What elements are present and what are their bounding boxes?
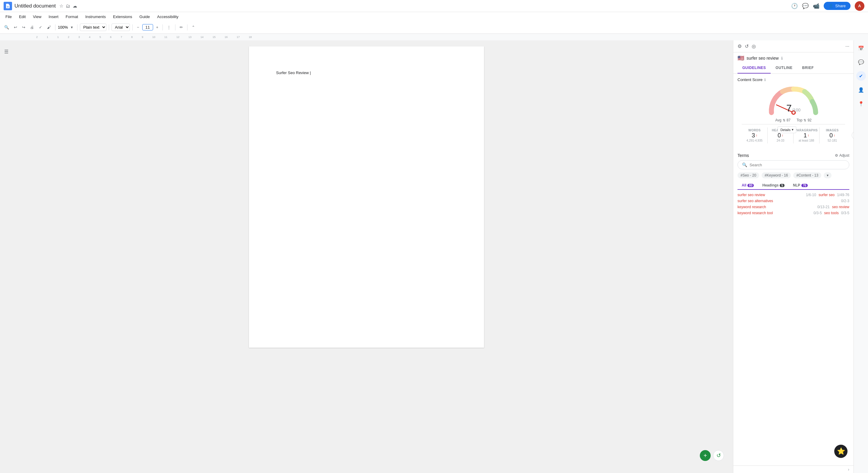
menu-accessibility[interactable]: Accessibility bbox=[154, 13, 181, 20]
terms-title: Terms bbox=[738, 153, 749, 158]
panel-refresh-icon[interactable]: ↺ bbox=[745, 43, 749, 49]
tag-seo[interactable]: #Seo - 20 bbox=[738, 172, 759, 178]
tab-brief[interactable]: BRIEF bbox=[798, 63, 819, 73]
menu-file[interactable]: File bbox=[2, 13, 15, 20]
history-icon[interactable]: 🕐 bbox=[791, 3, 798, 9]
side-comment-icon[interactable]: 💬 bbox=[856, 57, 866, 67]
float-buttons: + ↺ bbox=[700, 450, 724, 461]
spellcheck-btn[interactable]: ✓ bbox=[37, 24, 44, 31]
side-person-icon[interactable]: 👤 bbox=[856, 85, 866, 95]
menu-insert[interactable]: Insert bbox=[45, 13, 61, 20]
term-row-1: surfer seo alternatives 0/2-3 bbox=[738, 199, 849, 203]
stat-paragraphs: PARAGRAPHS 1 ↑ at least 188 bbox=[794, 127, 819, 144]
terms-section: Terms ⚙ Adjust 🔍 #Seo - 20 bbox=[733, 150, 854, 218]
zoom-value: 100% bbox=[58, 25, 68, 30]
right-side-icons: 📅 💬 ✔ 👤 📍 bbox=[854, 40, 868, 473]
stats-row: WORDS 3 ↑ 4,291-4,935 HEADINGS 0 ↑ bbox=[742, 124, 845, 147]
gauge-top: Top ⇅ 92 bbox=[797, 118, 812, 122]
headings-badge: 5 bbox=[780, 184, 784, 187]
search-input[interactable] bbox=[749, 163, 845, 167]
collapse-toolbar-btn[interactable]: ⌃ bbox=[190, 24, 197, 31]
term-row-3: keyword research tool 0/3-5 seo tools 0/… bbox=[738, 211, 849, 215]
toolbar: 🔍 ↩ ↪ 🖨 ✓ 🖌 100% ▾ Plain text Arial − 11… bbox=[0, 21, 868, 34]
panel-settings-icon[interactable]: ⚙ bbox=[738, 43, 742, 49]
search-icon: 🔍 bbox=[742, 162, 747, 167]
font-select[interactable]: Arial bbox=[112, 24, 130, 31]
term-row-2: keyword research 0/13-21 seo review bbox=[738, 205, 849, 209]
menu-format[interactable]: Format bbox=[63, 13, 81, 20]
star-icon[interactable]: ☆ bbox=[59, 3, 63, 9]
panel-bottom-expand: › bbox=[733, 466, 854, 473]
folder-icon[interactable]: 🗂 bbox=[66, 3, 70, 9]
term-count-3: 0/3-5 bbox=[813, 211, 822, 215]
edit-icon-btn[interactable]: ✏ bbox=[178, 24, 185, 31]
zoom-dropdown-btn[interactable]: ▾ bbox=[69, 24, 75, 31]
filter-all[interactable]: All80 bbox=[738, 181, 758, 190]
flag-icon: 🇺🇸 bbox=[738, 55, 744, 61]
stats-wrapper: WORDS 3 ↑ 4,291-4,935 HEADINGS 0 ↑ bbox=[738, 124, 849, 147]
side-calendar-icon[interactable]: 📅 bbox=[856, 43, 866, 53]
tab-guidelines[interactable]: GUIDELINES bbox=[738, 63, 771, 73]
panel-scroll: Content Score ℹ bbox=[733, 74, 854, 466]
menu-extensions[interactable]: Extensions bbox=[110, 13, 135, 20]
outline-btn[interactable]: ☰ bbox=[4, 49, 8, 55]
term-name-0: surfer seo review bbox=[738, 193, 765, 197]
print-btn[interactable]: 🖨 bbox=[28, 24, 36, 31]
video-icon[interactable]: 📹 bbox=[813, 3, 819, 9]
side-map-icon[interactable]: 📍 bbox=[856, 99, 866, 108]
filter-headings[interactable]: Headings5 bbox=[758, 181, 789, 190]
comment-icon[interactable]: 💬 bbox=[802, 3, 809, 9]
term-row-0: surfer seo review 1/6-10 surfer seo 1/49… bbox=[738, 193, 849, 197]
panel-check-icon[interactable]: ◎ bbox=[752, 43, 756, 49]
tag-content[interactable]: #Content - 13 bbox=[793, 172, 821, 178]
font-size-increase-btn[interactable]: + bbox=[154, 24, 160, 31]
plus-btn[interactable]: + bbox=[852, 131, 854, 139]
doc-area: ☰ Surfer Seo Review | + ↺ bbox=[0, 40, 733, 473]
cloud-icon[interactable]: ☁ bbox=[73, 3, 77, 9]
share-button[interactable]: 👤 Share bbox=[824, 2, 850, 10]
menu-instruments[interactable]: Instruments bbox=[82, 13, 109, 20]
stat-words: WORDS 3 ↑ 4,291-4,935 bbox=[742, 127, 768, 144]
redo-btn[interactable]: ↪ bbox=[20, 24, 27, 31]
ruler: 21123456789101112131415161718 bbox=[0, 34, 868, 40]
stat-words-value: 3 ↑ bbox=[742, 132, 767, 139]
title-icons: ☆ 🗂 ☁ bbox=[59, 3, 77, 9]
style-select[interactable]: Plain text bbox=[80, 24, 106, 31]
more-options-btn[interactable]: ⋮ bbox=[165, 24, 173, 31]
menu-view[interactable]: View bbox=[30, 13, 44, 20]
term-right-3: 0/3-5 seo tools 0/3-5 bbox=[813, 211, 849, 215]
font-size-input[interactable]: 11 bbox=[142, 24, 153, 30]
content-score-section: Content Score ℹ bbox=[733, 74, 854, 150]
paragraphs-arrow: ↑ bbox=[807, 133, 809, 138]
details-dropdown[interactable]: Details ▾ bbox=[778, 126, 796, 133]
avatar[interactable]: A bbox=[855, 1, 864, 11]
menu-guide[interactable]: Guide bbox=[136, 13, 153, 20]
tag-keyword[interactable]: #Keyword - 16 bbox=[762, 172, 791, 178]
page[interactable]: Surfer Seo Review | bbox=[249, 46, 484, 348]
side-check-icon[interactable]: ✔ bbox=[856, 71, 866, 81]
add-float-btn[interactable]: + bbox=[700, 450, 711, 461]
panel-more-icon[interactable]: ⋯ bbox=[845, 44, 849, 49]
expand-icon[interactable]: › bbox=[848, 467, 849, 472]
tab-outline[interactable]: OUTLINE bbox=[771, 63, 797, 73]
tag-dropdown[interactable]: ▾ bbox=[824, 172, 832, 178]
adjust-button[interactable]: ⚙ Adjust bbox=[835, 153, 849, 158]
term-count2-3: 0/3-5 bbox=[841, 211, 849, 215]
top-right-icons: 🕐 💬 📹 👤 Share A bbox=[791, 1, 864, 11]
floating-star-btn[interactable]: ⭐ bbox=[834, 445, 847, 458]
filter-nlp[interactable]: NLP76 bbox=[789, 181, 812, 190]
stat-paragraphs-value: 1 ↑ bbox=[794, 132, 819, 139]
term-right-2: 0/13-21 seo review bbox=[817, 205, 849, 209]
term-name2-2: seo review bbox=[832, 205, 849, 209]
page-content: Surfer Seo Review | bbox=[276, 70, 457, 75]
menu-edit[interactable]: Edit bbox=[16, 13, 29, 20]
filter-tabs: All80 Headings5 NLP76 bbox=[738, 181, 849, 190]
search-toolbar-btn[interactable]: 🔍 bbox=[2, 24, 11, 31]
paint-format-btn[interactable]: 🖌 bbox=[45, 24, 53, 31]
gauge-container: 7 /100 Avg ⇅ 87 Top ⇅ 92 bbox=[738, 82, 849, 124]
refresh-float-btn[interactable]: ↺ bbox=[713, 450, 724, 461]
doc-title: Untitled document bbox=[14, 3, 56, 9]
undo-btn[interactable]: ↩ bbox=[12, 24, 19, 31]
term-count-1: 0/2-3 bbox=[841, 199, 849, 203]
font-size-decrease-btn[interactable]: − bbox=[135, 24, 141, 31]
